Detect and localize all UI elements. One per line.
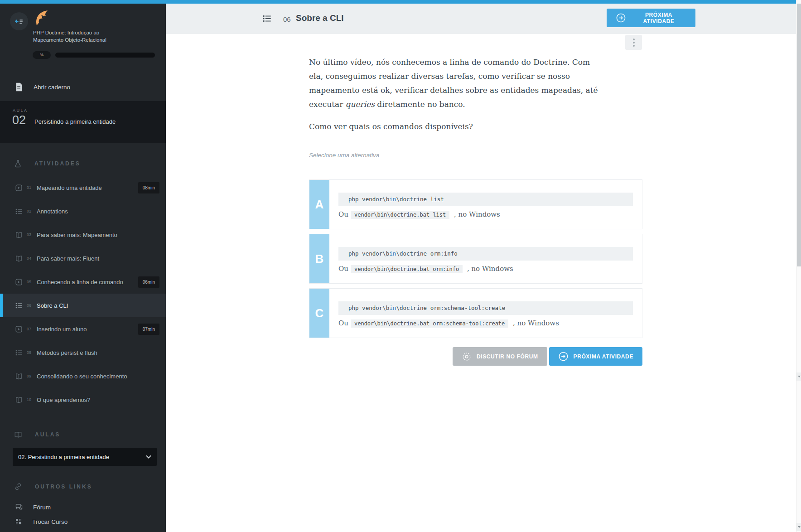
- course-logo: [33, 9, 50, 27]
- windows-variant-line: Ouvendor\bin\doctrine.bat orm:info , no …: [338, 265, 633, 273]
- lesson-select-value: 02. Persistindo a primeira entidade: [18, 454, 146, 460]
- activity-item-03[interactable]: 03 Para saber mais: Mapeamento: [0, 223, 166, 247]
- activity-item-02[interactable]: 02 Annotations: [0, 199, 166, 223]
- arrow-right-circle-icon: [616, 13, 626, 23]
- alternative-a[interactable]: A php vendor\bin\doctrine list Ouvendor\…: [309, 179, 642, 229]
- activity-item-06-active[interactable]: 06 Sobre a CLI: [0, 294, 166, 317]
- windows-variant-line: Ouvendor\bin\doctrine.bat orm:schema-too…: [338, 319, 633, 327]
- video-icon: [15, 278, 23, 286]
- duration-badge: 07min: [138, 324, 159, 335]
- lesson-select-dropdown[interactable]: 02. Persistindo a primeira entidade: [13, 448, 157, 466]
- arrow-right-circle-icon: [558, 351, 569, 362]
- book-icon: [15, 396, 23, 404]
- course-sidebar: PHP Doctrine: Introdução ao Mapeamento O…: [0, 4, 166, 532]
- other-links-section-header: OUTROS LINKS: [0, 481, 166, 493]
- course-title: PHP Doctrine: Introdução ao Mapeamento O…: [33, 29, 146, 44]
- open-book-icon: [14, 430, 23, 439]
- code-block: php vendor\bin\doctrine list: [338, 193, 633, 206]
- scrollbar-thumb[interactable]: [797, 4, 801, 266]
- inline-code: vendor\bin\doctrine.bat orm:info: [351, 265, 463, 273]
- inline-code: vendor\bin\doctrine.bat orm:schema-tool:…: [351, 319, 508, 328]
- current-lesson-banner[interactable]: AULA 02 Persistindo a primeira entidade: [0, 101, 166, 143]
- duration-badge: 08min: [138, 182, 159, 193]
- activity-item-10[interactable]: 10 O que aprendemos?: [0, 388, 166, 411]
- collapse-sidebar-icon: [14, 16, 24, 26]
- video-icon: [15, 184, 23, 192]
- alternative-c[interactable]: C php vendor\bin\doctrine orm:schema-too…: [309, 288, 642, 338]
- notebook-icon: [15, 82, 23, 92]
- code-block: php vendor\bin\doctrine orm:schema-tool:…: [338, 301, 633, 315]
- alternative-letter: A: [309, 180, 329, 229]
- alternative-b[interactable]: B php vendor\bin\doctrine orm:info Ouven…: [309, 234, 642, 284]
- link-icon: [14, 482, 23, 491]
- activity-main-panel: 06 Sobre a CLI PRÓXIMA ATIVIDADE No últi…: [166, 4, 796, 532]
- activity-item-07[interactable]: 07 Inserindo um aluno 07min: [0, 317, 166, 341]
- open-notebook-button[interactable]: Abrir caderno: [0, 75, 166, 99]
- discuss-forum-button[interactable]: DISCUTIR NO FÓRUM: [453, 347, 547, 366]
- list-icon: [15, 302, 23, 310]
- book-icon: [15, 372, 23, 380]
- page-title: Sobre a CLI: [296, 13, 344, 23]
- activity-number: 06: [283, 15, 291, 23]
- activity-item-09[interactable]: 09 Consolidando o seu conhecimento: [0, 364, 166, 388]
- activity-list-icon[interactable]: [262, 14, 272, 24]
- progress-percent-pill: %: [33, 51, 51, 59]
- activity-item-08[interactable]: 08 Métodos persist e flush: [0, 341, 166, 364]
- inline-code: vendor\bin\doctrine.bat list: [351, 211, 449, 219]
- more-options-menu[interactable]: [625, 35, 642, 50]
- question-footer-actions: DISCUTIR NO FÓRUM PRÓXIMA ATIVIDADE: [309, 347, 642, 366]
- change-course-link[interactable]: Trocar Curso: [0, 515, 166, 528]
- chat-icon: [15, 503, 23, 511]
- activities-section-header: ATIVIDADES: [0, 158, 166, 169]
- question-area: No último vídeo, nós conhecemos a linha …: [309, 49, 642, 366]
- question-line: Como ver quais os comandos disponíveis?: [309, 120, 642, 134]
- scroll-down-arrow[interactable]: [796, 372, 801, 381]
- lesson-kicker: AULA: [13, 108, 28, 113]
- activity-header-bar: 06 Sobre a CLI PRÓXIMA ATIVIDADE: [166, 4, 796, 34]
- forum-icon: [462, 352, 472, 362]
- activity-item-05[interactable]: 05 Conhecendo a linha de comando 06min: [0, 270, 166, 294]
- book-icon: [15, 231, 23, 239]
- chevron-down-icon: [146, 455, 151, 459]
- alternatives-list: A php vendor\bin\doctrine list Ouvendor\…: [309, 179, 642, 338]
- activities-list: 01 Mapeando uma entidade 08min 02 Annota…: [0, 176, 166, 411]
- page-scrollbar[interactable]: [796, 0, 801, 532]
- open-notebook-label: Abrir caderno: [34, 84, 70, 91]
- list-icon: [15, 349, 23, 357]
- aulas-section-header: AULAS: [0, 429, 166, 440]
- course-progress-bar: [55, 53, 155, 58]
- activity-item-04[interactable]: 04 Para saber mais: Fluent: [0, 247, 166, 270]
- next-activity-button-bottom[interactable]: PRÓXIMA ATIVIDADE: [549, 347, 642, 366]
- top-progress-bar: [0, 0, 801, 4]
- code-block: php vendor\bin\doctrine orm:info: [338, 247, 633, 261]
- windows-variant-line: Ouvendor\bin\doctrine.bat list , no Wind…: [338, 210, 633, 218]
- next-activity-button-top[interactable]: PRÓXIMA ATIVIDADE: [607, 9, 695, 27]
- alternative-letter: B: [309, 234, 329, 283]
- forum-link[interactable]: Fórum: [0, 500, 166, 514]
- list-icon: [15, 208, 23, 215]
- alternative-letter: C: [309, 289, 329, 338]
- activity-item-01[interactable]: 01 Mapeando uma entidade 08min: [0, 176, 166, 199]
- book-icon: [15, 255, 23, 262]
- scroll-down-arrow[interactable]: [796, 523, 801, 531]
- lesson-title: Persistindo a primeira entidade: [34, 118, 116, 125]
- lesson-number: 02: [12, 113, 26, 127]
- flask-icon: [14, 159, 22, 169]
- select-alternative-instruction: Selecione uma alternativa: [309, 152, 642, 159]
- question-paragraph: No último vídeo, nós conhecemos a linha …: [309, 55, 604, 111]
- video-icon: [15, 325, 23, 333]
- duration-badge: 06min: [138, 276, 159, 288]
- grid-icon: [15, 518, 22, 525]
- collapse-sidebar-button[interactable]: [10, 12, 28, 30]
